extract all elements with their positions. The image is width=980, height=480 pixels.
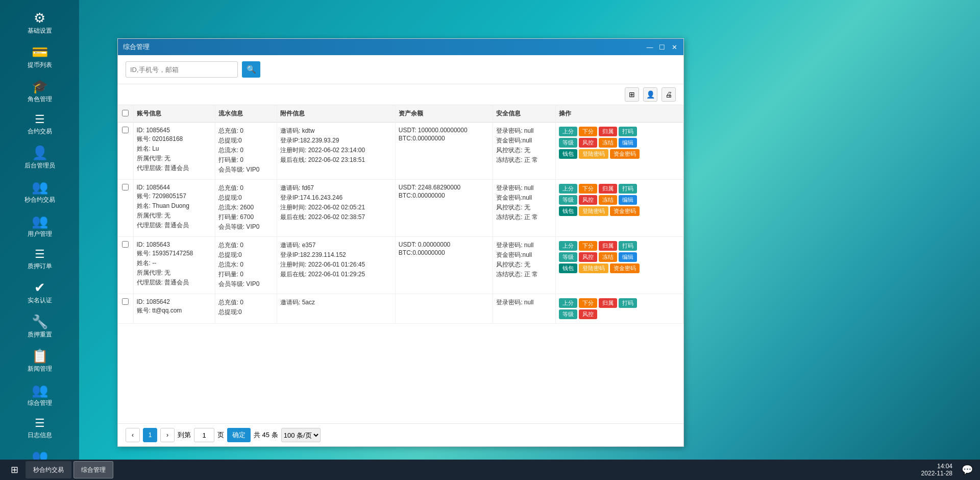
action-btn-下分[interactable]: 下分 <box>579 298 597 308</box>
action-btn-等级[interactable]: 等级 <box>559 195 577 205</box>
action-btn-钱包[interactable]: 钱包 <box>559 206 577 216</box>
search-bar: 🔍 <box>118 55 683 84</box>
action-btn-上分[interactable]: 上分 <box>559 184 577 194</box>
action-btn-打码[interactable]: 打码 <box>619 127 637 136</box>
page-confirm-button[interactable]: 确定 <box>227 428 251 442</box>
action-btn-编辑[interactable]: 编辑 <box>619 138 637 148</box>
search-button[interactable]: 🔍 <box>242 61 260 78</box>
windows-icon: ⊞ <box>11 464 18 475</box>
sidebar-item-rizhinxinxi[interactable]: ☰ 日志信息 <box>0 412 79 444</box>
action-btn-冻结[interactable]: 冻结 <box>599 195 617 205</box>
action-btn-风控[interactable]: 风控 <box>579 309 597 319</box>
print-button[interactable]: 🖨 <box>662 87 676 102</box>
action-btn-归属[interactable]: 归属 <box>599 298 617 308</box>
action-btn-风控[interactable]: 风控 <box>579 195 597 205</box>
sidebar-item-shimingrenzheng[interactable]: ✔ 实名认证 <box>0 275 79 309</box>
action-btn-下分[interactable]: 下分 <box>579 241 597 251</box>
minimize-button[interactable]: — <box>646 43 654 51</box>
go-to-label: 到第 <box>178 430 191 440</box>
page-jump-input[interactable] <box>194 428 214 442</box>
action-btn-等级[interactable]: 等级 <box>559 138 577 148</box>
action-btn-归属[interactable]: 归属 <box>599 184 617 194</box>
sidebar-item-houtaiguanli[interactable]: 👤 后台管理员 <box>0 140 79 174</box>
sidebar-item-zhiyazhongzhi[interactable]: 🔧 质押重置 <box>0 309 79 343</box>
user-view-button[interactable]: 👤 <box>643 87 657 102</box>
select-all-checkbox[interactable] <box>122 110 129 116</box>
data-table: 账号信息 流水信息 附件信息 资产余额 安全信息 操作 ID: 1085645账… <box>118 105 683 324</box>
action-btn-资金密码[interactable]: 资金密码 <box>610 263 640 273</box>
action-btn-打码[interactable]: 打码 <box>619 184 637 194</box>
action-btn-钱包[interactable]: 钱包 <box>559 149 577 159</box>
start-button[interactable]: ⊞ <box>5 461 23 479</box>
action-btn-归属[interactable]: 归属 <box>599 127 617 136</box>
action-btn-钱包[interactable]: 钱包 <box>559 263 577 273</box>
security-cell: 登录密码: null资金密码:null风控状态: 无冻结状态: 正 常 <box>493 123 556 180</box>
action-btn-打码[interactable]: 打码 <box>619 241 637 251</box>
col-flow: 流水信息 <box>215 105 277 123</box>
action-btn-风控[interactable]: 风控 <box>579 138 597 148</box>
wrench-icon: 🔧 <box>32 315 48 328</box>
action-btn-等级[interactable]: 等级 <box>559 309 577 319</box>
action-btn-等级[interactable]: 等级 <box>559 252 577 262</box>
action-btn-资金密码[interactable]: 资金密码 <box>610 149 640 159</box>
action-btn-登陆密码[interactable]: 登陆密码 <box>579 263 608 273</box>
sidebar: ⚙ 基础设置 💳 提币列表 🎓 角色管理 ☰ 合约交易 👤 后台管理员 👥 秒合… <box>0 0 79 480</box>
row-checkbox[interactable] <box>122 298 129 305</box>
sidebar-item-jichushezhi[interactable]: ⚙ 基础设置 <box>0 5 79 39</box>
table-row: ID: 1085643账号: 159357147258姓名: --所属代理: 无… <box>118 237 683 294</box>
action-btn-登陆密码[interactable]: 登陆密码 <box>579 149 608 159</box>
next-page-button[interactable]: › <box>160 428 175 442</box>
action-btn-登陆密码[interactable]: 登陆密码 <box>579 206 608 216</box>
prev-page-button[interactable]: ‹ <box>126 428 140 442</box>
row-checkbox[interactable] <box>122 241 129 248</box>
action-btn-冻结[interactable]: 冻结 <box>599 138 617 148</box>
sidebar-item-heyuejiaoy[interactable]: ☰ 合约交易 <box>0 108 79 140</box>
actions-cell: 上分下分归属打码等级风控冻结编辑钱包登陆密码资金密码 <box>556 180 683 237</box>
sidebar-item-zongheGuanli[interactable]: 👥 综合管理 <box>0 377 79 412</box>
flow-cell: 总充值: 0总提现:0 <box>215 294 277 324</box>
sidebar-item-miaoheyhejiao[interactable]: 👥 秒合约交易 <box>0 174 79 208</box>
taskbar-item-zongghe[interactable]: 综合管理 <box>74 461 113 478</box>
action-btn-归属[interactable]: 归属 <box>599 241 617 251</box>
table-row: ID: 1085642账号: tt@qq.com总充值: 0总提现:0邀请码: … <box>118 294 683 324</box>
sidebar-item-label: 用户管理 <box>28 230 52 238</box>
account-cell: ID: 1085644账号: 7209805157姓名: Thuan Duong… <box>133 180 215 237</box>
action-btn-编辑[interactable]: 编辑 <box>619 195 637 205</box>
total-count: 共 45 条 <box>254 430 278 440</box>
security-cell: 登录密码: null资金密码:null风控状态: 无冻结状态: 正 常 <box>493 180 556 237</box>
search-input[interactable] <box>126 61 238 78</box>
list-icon: ☰ <box>35 114 45 125</box>
sidebar-item-jiaoseguanli[interactable]: 🎓 角色管理 <box>0 74 79 108</box>
taskbar-item-miaohe[interactable]: 秒合约交易 <box>26 461 71 478</box>
flow-cell: 总充值: 0总提现:0总流水: 0打码量: 0会员等级: VIP0 <box>215 237 277 294</box>
sidebar-item-tibitielist[interactable]: 💳 提币列表 <box>0 39 79 74</box>
page-1-button[interactable]: 1 <box>143 428 157 442</box>
row-checkbox[interactable] <box>122 127 129 133</box>
grid-view-button[interactable]: ⊞ <box>625 87 639 102</box>
sidebar-item-label: 合约交易 <box>28 127 52 136</box>
card-icon: 💳 <box>32 45 48 59</box>
action-btn-资金密码[interactable]: 资金密码 <box>610 206 640 216</box>
sidebar-item-yonghguanli[interactable]: 👥 用户管理 <box>0 208 79 243</box>
action-btn-下分[interactable]: 下分 <box>579 127 597 136</box>
action-btn-编辑[interactable]: 编辑 <box>619 252 637 262</box>
sidebar-item-zhiyajiao[interactable]: ☰ 质押订单 <box>0 243 79 275</box>
action-btn-上分[interactable]: 上分 <box>559 127 577 136</box>
action-btn-风控[interactable]: 风控 <box>579 252 597 262</box>
action-btn-打码[interactable]: 打码 <box>619 298 637 308</box>
chat-button[interactable]: 💬 <box>960 462 975 477</box>
row-checkbox[interactable] <box>122 184 129 190</box>
window-title: 综合管理 <box>123 42 646 52</box>
action-btn-冻结[interactable]: 冻结 <box>599 252 617 262</box>
pagination: ‹ 1 › 到第 页 确定 共 45 条 100 条/页 50 条/页 20 条… <box>118 423 683 446</box>
attachment-cell: 邀请码: kdtw登录IP:182.239.93.29注册时间: 2022-06… <box>277 123 395 180</box>
action-btn-下分[interactable]: 下分 <box>579 184 597 194</box>
col-attachment: 附件信息 <box>277 105 395 123</box>
per-page-select[interactable]: 100 条/页 50 条/页 20 条/页 <box>281 428 321 442</box>
close-button[interactable]: ✕ <box>670 43 678 51</box>
maximize-button[interactable]: ☐ <box>658 43 666 51</box>
action-btn-上分[interactable]: 上分 <box>559 241 577 251</box>
action-btn-上分[interactable]: 上分 <box>559 298 577 308</box>
sidebar-item-xinwenguanli[interactable]: 📋 新闻管理 <box>0 343 79 377</box>
action-buttons-group: 上分下分归属打码等级风控冻结编辑钱包登陆密码资金密码 <box>559 184 651 216</box>
